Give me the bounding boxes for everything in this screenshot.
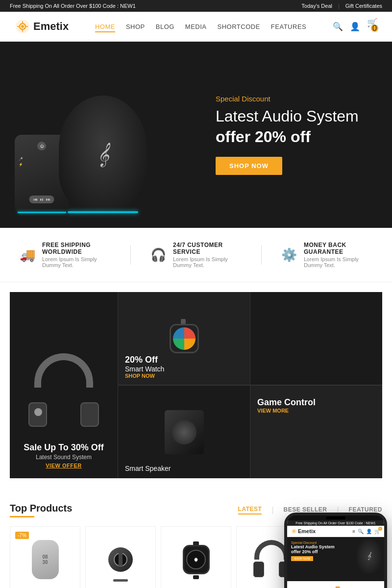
feature-item-shipping: 🚚 FREE SHIPPING WORLDWIDE Lorem Ipsum Is… bbox=[20, 242, 111, 268]
section-title-underline bbox=[10, 516, 34, 517]
phone-cart-icon: 🛒0 bbox=[374, 529, 380, 534]
phone-logo: Emetix bbox=[298, 528, 316, 534]
feature-shipping-desc: Lorem Ipsum Is Simply Dummy Text. bbox=[42, 256, 111, 268]
today-deal-link[interactable]: Today's Deal bbox=[301, 3, 332, 9]
phone-user-icon: 👤 bbox=[366, 529, 372, 534]
view-offer-link[interactable]: VIEW OFFER bbox=[10, 463, 118, 468]
nav-home[interactable]: HOME bbox=[95, 23, 115, 32]
feature-service-title: 24/7 CUSTOMER SERVICE bbox=[173, 242, 242, 255]
nav-features[interactable]: FEATURES bbox=[271, 23, 306, 30]
gift-certificates-link[interactable]: Gift Certificates bbox=[345, 3, 382, 9]
feature-divider-2 bbox=[261, 245, 262, 265]
svg-point-1 bbox=[21, 25, 24, 28]
header-icons: 🔍 👤 🛒 0 bbox=[333, 18, 377, 35]
logo-icon bbox=[15, 19, 30, 34]
smart-speaker-image bbox=[165, 410, 204, 454]
guarantee-icon: ⚙️ bbox=[281, 247, 297, 263]
shipping-icon: 🚚 bbox=[20, 247, 35, 263]
grid-left-heading: Sale Up To 30% Off bbox=[10, 442, 118, 453]
hero-products: ⏻ 🎤 ⚡ ⏮ ⏯ ⏭ 𝄞 bbox=[10, 56, 206, 213]
hero-banner: ⏻ 🎤 ⚡ ⏮ ⏯ ⏭ 𝄞 Special Discount Latest Au… bbox=[0, 42, 392, 228]
speaker-big: 𝄞 bbox=[59, 96, 147, 213]
watch-shop-link[interactable]: SHOP NOW bbox=[125, 373, 243, 379]
grid-top-right: 20% Off Smart Watch SHOP NOW bbox=[118, 292, 382, 385]
camera-product-image bbox=[102, 538, 139, 582]
game-view-more[interactable]: VIEW MORE bbox=[257, 408, 375, 414]
product-img-2 bbox=[92, 533, 149, 587]
grid-left-subheading: Latest Sound System bbox=[10, 454, 118, 461]
phone-features: 🚚 FREE SHIPPING WORLDWIDE Lorem Ipsum Is… bbox=[287, 581, 384, 588]
nav-shortcode[interactable]: SHORTCODE bbox=[218, 23, 260, 30]
nav-shop[interactable]: SHOP bbox=[126, 23, 145, 30]
phone-screen: Free Shipping On All Order Over $100 Cod… bbox=[287, 520, 384, 588]
tab-latest[interactable]: LATEST bbox=[238, 506, 262, 514]
grid-left-headphones: Sale Up To 30% Off Latest Sound System V… bbox=[10, 292, 118, 478]
watch-percent: 20% Off bbox=[125, 355, 243, 365]
user-icon[interactable]: 👤 bbox=[350, 22, 360, 32]
grid-cell-empty-top bbox=[250, 292, 382, 385]
feature-service-desc: Lorem Ipsum Is Simply Dummy Text. bbox=[173, 256, 242, 268]
smart-speaker-name: Smart Speaker bbox=[125, 465, 243, 472]
main-nav: HOME SHOP BLOG MEDIA SHORTCODE FEATURES bbox=[95, 22, 306, 31]
grid-cell-game: Game Control VIEW MORE bbox=[250, 385, 382, 478]
feature-item-service: 🎧 24/7 CUSTOMER SERVICE Lorem Ipsum Is S… bbox=[150, 242, 242, 268]
phone-top-bar: Free Shipping On All Order Over $100 Cod… bbox=[287, 520, 384, 526]
nav-blog[interactable]: BLOG bbox=[156, 23, 174, 30]
grid-cell-speaker: Smart Speaker bbox=[118, 385, 250, 478]
feature-guarantee-title: MONEY BACK GUARANTEE bbox=[304, 242, 372, 255]
cart-icon[interactable]: 🛒 0 bbox=[367, 18, 377, 35]
phone-header: Emetix ≡ 🔍 👤 🛒0 bbox=[287, 526, 384, 537]
phone-hero: Special Discount Latest Audio System off… bbox=[287, 537, 384, 581]
feature-divider-1 bbox=[130, 245, 131, 265]
watch-product-image: ⌚ bbox=[180, 540, 212, 579]
phone-mockup: Free Shipping On All Order Over $100 Cod… bbox=[284, 513, 387, 588]
feature-item-guarantee: ⚙️ MONEY BACK GUARANTEE Lorem Ipsum Is S… bbox=[281, 242, 372, 268]
header: Emetix HOME SHOP BLOG MEDIA SHORTCODE FE… bbox=[0, 12, 392, 42]
logo[interactable]: Emetix bbox=[15, 19, 69, 34]
phone-search-icon: 🔍 bbox=[358, 529, 364, 534]
feature-shipping-title: FREE SHIPPING WORLDWIDE bbox=[42, 242, 111, 255]
product-card-1: -7% 0830 ★★★★☆ Excep tour sint onetd occ bbox=[10, 526, 80, 588]
phone-shipping-icon: 🚚 bbox=[291, 585, 380, 588]
section-title: Top Products bbox=[10, 503, 72, 514]
headphone-image bbox=[20, 348, 108, 437]
grid-right: 20% Off Smart Watch SHOP NOW Smart Speak… bbox=[118, 292, 382, 478]
logo-text: Emetix bbox=[33, 20, 69, 33]
search-icon[interactable]: 🔍 bbox=[333, 22, 343, 32]
promo-text: Free Shipping On All Order Over $100 Cod… bbox=[10, 3, 136, 9]
product-img-3: ⌚ bbox=[167, 533, 225, 587]
features-bar: 🚚 FREE SHIPPING WORLDWIDE Lorem Ipsum Is… bbox=[0, 228, 392, 282]
product-grid-section: Sale Up To 30% Off Latest Sound System V… bbox=[0, 282, 392, 488]
phone-menu-icon: ≡ bbox=[352, 529, 355, 534]
hero-title: Latest Audio System bbox=[216, 107, 372, 125]
svg-point-4 bbox=[294, 531, 294, 532]
product-badge-1: -7% bbox=[15, 532, 29, 539]
product-img-1: 0830 bbox=[16, 533, 74, 587]
cart-badge: 0 bbox=[371, 24, 378, 32]
feature-guarantee-desc: Lorem Ipsum Is Simply Dummy Text. bbox=[304, 256, 372, 268]
hero-subtitle: offer 20% off bbox=[216, 128, 372, 146]
game-control-name: Game Control bbox=[257, 397, 375, 408]
top-bar: Free Shipping On All Order Over $100 Cod… bbox=[0, 0, 392, 12]
hero-text: Special Discount Latest Audio System off… bbox=[206, 95, 372, 174]
grid-bottom-right: Smart Speaker Game Control VIEW MORE bbox=[118, 385, 382, 478]
speaker-note-icon: 𝄞 bbox=[97, 143, 109, 166]
phone-shop-btn: SHOP NOW bbox=[291, 556, 313, 561]
grid-cell-watch: 20% Off Smart Watch SHOP NOW bbox=[118, 292, 250, 385]
hero-shop-now-button[interactable]: SHOP NOW bbox=[216, 157, 282, 175]
nav-media[interactable]: MEDIA bbox=[185, 23, 207, 30]
phone-nav-icons: ≡ 🔍 👤 🛒0 bbox=[352, 529, 380, 534]
product-card-3: ⌚ ★★★☆☆ laboris nisi ut aliquip ex ea bbox=[161, 526, 231, 588]
watch-name: Smart Watch bbox=[125, 365, 243, 373]
service-icon: 🎧 bbox=[150, 247, 166, 263]
speaker-product-image: 0830 bbox=[32, 540, 59, 579]
product-card-2: ★★★★★ sunt in culpa qui deserunt bbox=[85, 526, 156, 588]
hero-special-discount: Special Discount bbox=[216, 95, 372, 103]
